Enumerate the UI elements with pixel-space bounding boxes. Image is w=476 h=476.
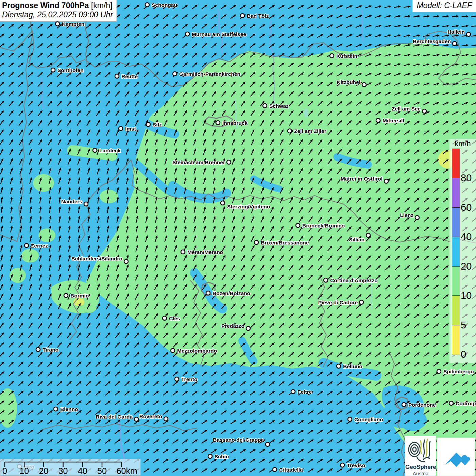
city-label: Trento bbox=[181, 376, 197, 382]
city-marker bbox=[337, 364, 341, 368]
city-label: Lienz bbox=[400, 212, 413, 218]
city-marker bbox=[415, 216, 419, 220]
city-label: Predazzo bbox=[221, 323, 244, 329]
city-label: Bassano del Grappa bbox=[213, 437, 264, 443]
city-label: Murnau am Staffelsee bbox=[192, 31, 247, 37]
scalebar-label-50: 50 bbox=[97, 466, 107, 475]
city-marker bbox=[466, 32, 471, 36]
city-label: Innsbruck bbox=[222, 120, 248, 126]
legend-seg-0 bbox=[452, 325, 460, 355]
city-pieve-di-cadore: Pieve di Cadore bbox=[318, 300, 363, 305]
city-label: Bormio bbox=[70, 293, 89, 299]
city-label: Imst bbox=[125, 126, 136, 132]
city-marker bbox=[227, 160, 231, 164]
geosphere-logo: GeoSphere Austria bbox=[405, 436, 436, 476]
legend-unit-label: km/h bbox=[449, 139, 476, 148]
map-scale-bar: 0102030405060km bbox=[0, 459, 141, 476]
city-marker bbox=[366, 233, 370, 237]
city-label: Nauders bbox=[61, 199, 82, 204]
legend-label-80: 80 bbox=[461, 173, 472, 183]
city-label: Kitzbühel bbox=[337, 79, 360, 85]
model-label: Modell: C-LAEF bbox=[413, 0, 476, 12]
city-label: Meran/Merano bbox=[187, 249, 223, 255]
city-steinach-am-brenner: Steinach am Brenner bbox=[172, 159, 231, 165]
legend-label-20: 20 bbox=[461, 261, 472, 271]
weather-map-app: SchongauBad TölzKemptenMurnau am Staffel… bbox=[0, 0, 476, 476]
city-marker bbox=[221, 201, 225, 205]
city-schio: Schio bbox=[208, 454, 229, 459]
city-marker bbox=[208, 454, 212, 458]
city-label: Hallein bbox=[447, 29, 465, 35]
scalebar-label-10: 10 bbox=[19, 466, 29, 475]
city-label: Cles bbox=[169, 316, 180, 321]
scalebar-label-60km: 60km bbox=[117, 466, 137, 475]
city-marker bbox=[55, 22, 60, 26]
city-label: Bienno bbox=[60, 406, 78, 412]
city-marker bbox=[362, 83, 366, 87]
city-label: Conegliano bbox=[354, 417, 383, 422]
city-marker bbox=[288, 129, 292, 133]
city-marker bbox=[266, 442, 270, 446]
legend-seg-40 bbox=[452, 208, 460, 237]
legend-seg-10 bbox=[452, 267, 460, 296]
forecast-title-box: Prognose Wind 700hPa [km/h] Dienstag, 25… bbox=[0, 0, 116, 21]
city-imst: Imst bbox=[119, 126, 136, 132]
city-label: Brixen/Bressanone bbox=[261, 240, 309, 245]
city-label: Schlanders/Silandro bbox=[71, 256, 122, 261]
forecast-title-main: Prognose Wind 700hPa bbox=[2, 1, 89, 10]
city-marker bbox=[330, 54, 334, 58]
scalebar-label-40: 40 bbox=[78, 466, 87, 475]
wind-speed-legend: km/h 806040201050 bbox=[449, 139, 476, 363]
city-label: Belluno bbox=[343, 363, 362, 369]
city-label: Bruneck/Brunico bbox=[302, 223, 345, 228]
city-label: Sonthofen bbox=[57, 67, 84, 73]
city-label: Rovereto bbox=[139, 413, 162, 419]
geosphere-logo-icon bbox=[407, 436, 434, 462]
legend-label-60: 60 bbox=[461, 203, 472, 213]
city-marker bbox=[124, 259, 128, 264]
city-marker bbox=[181, 250, 185, 254]
forecast-title: Prognose Wind 700hPa [km/h] bbox=[2, 1, 113, 10]
city-marker bbox=[163, 316, 167, 320]
city-marker bbox=[449, 401, 453, 405]
city-marker bbox=[359, 300, 363, 304]
lake-zeller-see bbox=[304, 108, 308, 118]
mountain-cloud-icon bbox=[442, 442, 471, 471]
legend-seg-20 bbox=[452, 237, 460, 266]
city-marker bbox=[263, 104, 267, 108]
city-marker bbox=[119, 126, 123, 131]
city-marker bbox=[348, 417, 352, 421]
wind-map-canvas: SchongauBad TölzKemptenMurnau am Staffel… bbox=[0, 0, 476, 476]
city-marker bbox=[171, 348, 175, 353]
city-label: Riva del Garda bbox=[96, 414, 133, 420]
city-garmisch-partenkirchen: Garmisch-Partenkirchen bbox=[173, 71, 240, 77]
city-murnau-am-staffelsee: Murnau am Staffelsee bbox=[185, 31, 247, 37]
city-label: Sillian bbox=[349, 237, 364, 242]
geosphere-logo-country: Austria bbox=[405, 471, 436, 476]
city-brixen-bressanone: Brixen/Bressanone bbox=[254, 240, 309, 245]
city-marker bbox=[384, 179, 388, 183]
city-label: Bozen/Bolzano bbox=[213, 290, 250, 296]
forecast-datetime: Dienstag, 25.02.2025 09:00 Uhr bbox=[2, 10, 113, 19]
city-marker bbox=[84, 202, 88, 206]
city-marker bbox=[24, 243, 29, 248]
partner-logo bbox=[437, 438, 475, 476]
city-label: Treviso bbox=[347, 462, 365, 468]
city-marker bbox=[376, 118, 380, 122]
city-mezzolombardo: Mezzolombardo bbox=[171, 348, 217, 354]
city-marker bbox=[64, 293, 68, 298]
city-marker bbox=[422, 109, 426, 113]
city-feltre: Feltre bbox=[291, 389, 312, 395]
city-marker bbox=[402, 403, 406, 407]
city-label: Schio bbox=[215, 454, 229, 459]
city-marker bbox=[254, 240, 258, 244]
city-label: Bad Tölz bbox=[247, 13, 269, 19]
city-label: Feltre bbox=[298, 389, 312, 395]
city-marker bbox=[115, 74, 119, 78]
city-meran-merano: Meran/Merano bbox=[181, 249, 223, 255]
city-label: Codroipo bbox=[456, 401, 476, 406]
city-marker bbox=[216, 121, 220, 125]
city-label: Schwaz bbox=[269, 103, 289, 109]
city-label: Kempten bbox=[62, 21, 84, 27]
city-marker bbox=[134, 417, 138, 421]
